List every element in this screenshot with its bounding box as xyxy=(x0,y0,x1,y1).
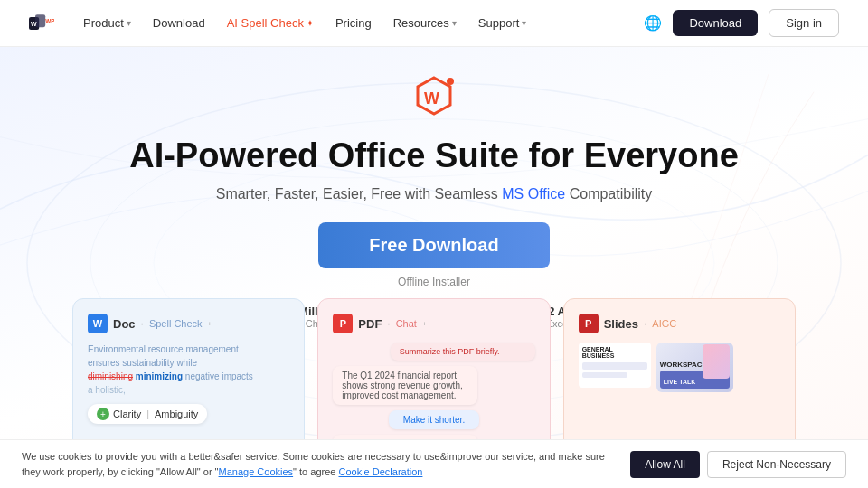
nav-ai-spell-check[interactable]: AI Spell Check ✦ xyxy=(227,16,314,30)
nav-links: Product ▾ Download AI Spell Check ✦ Pric… xyxy=(83,16,644,30)
doc-card: W Doc · Spell Check + Environmental reso… xyxy=(72,298,305,456)
pdf-card-header: P PDF · Chat + xyxy=(333,314,534,333)
chevron-down-icon: ▾ xyxy=(452,18,457,28)
pdf-bubble-report: The Q1 2024 financial report shows stron… xyxy=(333,366,477,405)
nav-download[interactable]: Download xyxy=(153,16,205,30)
logo[interactable]: W WPS xyxy=(29,14,54,33)
slides-card-header: P Slides · AIGC + xyxy=(579,314,780,333)
ai-badge: ✦ xyxy=(307,19,314,28)
separator: | xyxy=(146,408,149,419)
allow-all-button[interactable]: Allow All xyxy=(630,451,700,478)
doc-body-text: Environmental resource management ensure… xyxy=(88,343,289,397)
doc-feature-label: Spell Check xyxy=(149,318,203,329)
slide-mini-1: GENERALBUSINESS xyxy=(579,343,651,388)
nav-signin-button[interactable]: Sign in xyxy=(769,9,839,37)
pdf-type-label: PDF xyxy=(358,317,382,331)
slides-icon: P xyxy=(579,314,599,333)
slides-preview: GENERALBUSINESS WORKSPACE LIVE TALK xyxy=(579,343,780,392)
doc-type-label: Doc xyxy=(113,317,136,331)
slides-type-label: Slides xyxy=(604,317,638,331)
hero-title: AI-Powered Office Suite for Everyone xyxy=(129,136,739,177)
pdf-bubble-summarize: Summarize this PDF briefly. xyxy=(391,343,535,361)
globe-icon[interactable]: 🌐 xyxy=(644,14,662,32)
workspace-person-image xyxy=(703,344,730,379)
chevron-down-icon: ▾ xyxy=(522,18,526,28)
reject-non-necessary-button[interactable]: Reject Non-Necessary xyxy=(707,451,846,478)
cookie-buttons: Allow All Reject Non-Necessary xyxy=(630,451,846,478)
pdf-bubble-shorter[interactable]: Make it shorter. xyxy=(389,410,479,429)
nav-download-button[interactable]: Download xyxy=(673,10,758,36)
pdf-feature-label: Chat xyxy=(396,318,417,329)
nav-pricing[interactable]: Pricing xyxy=(335,16,372,30)
manage-cookies-link[interactable]: Manage Cookies xyxy=(219,466,294,477)
workspace-preview-card: WORKSPACE LIVE TALK xyxy=(656,343,733,392)
slides-plus-badge: + xyxy=(682,320,686,328)
nav-resources[interactable]: Resources ▾ xyxy=(393,16,457,30)
free-download-button[interactable]: Free Download xyxy=(318,222,549,268)
cookie-text: We use cookies to provide you with a bet… xyxy=(22,449,609,479)
doc-plus-badge: + xyxy=(208,320,212,328)
plus-icon: + xyxy=(97,408,109,420)
cookie-banner: We use cookies to provide you with a bet… xyxy=(0,439,868,488)
nav-support[interactable]: Support ▾ xyxy=(478,16,527,30)
offline-label: Offline Installer xyxy=(398,276,470,288)
nav-right: 🌐 Download Sign in xyxy=(644,9,839,37)
navbar: W WPS Product ▾ Download AI Spell Check … xyxy=(0,0,868,47)
svg-text:WPS: WPS xyxy=(45,18,54,24)
feature-cards: W Doc · Spell Check + Environmental reso… xyxy=(0,298,868,456)
slides-card: P Slides · AIGC + GENERALBUSINESS WORKSP… xyxy=(563,298,796,456)
cookie-declaration-link[interactable]: Cookie Declaration xyxy=(338,466,422,477)
clarity-label: Clarity xyxy=(113,408,141,419)
ms-office-text: MS Office xyxy=(502,186,565,202)
pdf-card: P PDF · Chat + Summarize this PDF briefl… xyxy=(317,298,550,456)
svg-point-9 xyxy=(447,78,454,85)
ambiguity-label: Ambiguity xyxy=(155,408,198,419)
dot-separator: · xyxy=(387,317,390,330)
live-talk-label: LIVE TALK xyxy=(664,379,696,385)
pdf-plus-badge: + xyxy=(422,320,427,328)
doc-icon: W xyxy=(88,314,108,333)
hero-logo: W xyxy=(410,74,458,125)
hero-subtitle: Smarter, Faster, Easier, Free with Seaml… xyxy=(216,186,653,202)
slides-feature-label: AIGC xyxy=(652,318,676,329)
chevron-down-icon: ▾ xyxy=(127,18,131,28)
svg-text:W: W xyxy=(424,89,439,108)
svg-text:W: W xyxy=(31,20,37,26)
dot-separator: · xyxy=(141,317,144,330)
dot-separator: · xyxy=(644,317,646,330)
doc-suggestion-chip[interactable]: + Clarity | Ambiguity xyxy=(88,404,207,424)
pdf-icon: P xyxy=(333,314,353,333)
doc-card-header: W Doc · Spell Check + xyxy=(88,314,289,333)
nav-product[interactable]: Product ▾ xyxy=(83,16,131,30)
